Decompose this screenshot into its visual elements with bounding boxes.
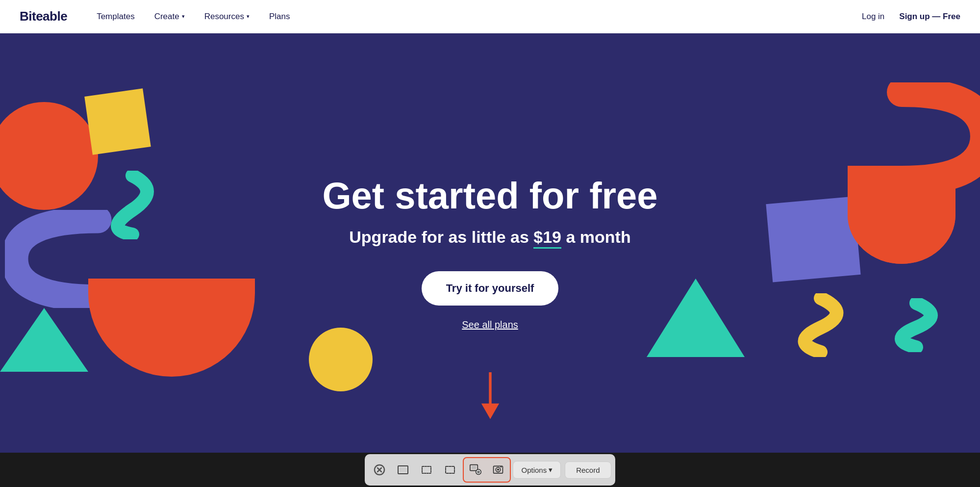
nav-item-templates[interactable]: Templates — [97, 12, 134, 22]
record-button[interactable]: Record — [565, 461, 611, 479]
hero-price: $19 — [533, 228, 561, 249]
login-button[interactable]: Log in — [862, 12, 884, 22]
decorative-orange-circle — [0, 102, 98, 210]
svg-rect-8 — [446, 466, 454, 473]
chevron-down-icon: ▾ — [549, 465, 553, 474]
decorative-teal-triangle-right — [647, 279, 745, 357]
red-arrow-indicator — [478, 372, 503, 423]
nav-item-create[interactable]: Create ▾ — [154, 12, 185, 22]
capture-toolbar: Options ▾ Record — [365, 454, 615, 486]
chevron-down-icon: ▾ — [247, 13, 250, 20]
close-button[interactable] — [369, 459, 390, 481]
nav-links: Templates Create ▾ Resources ▾ Plans — [97, 12, 862, 22]
decorative-teal-triangle-left — [0, 308, 88, 372]
nav-right: Log in Sign up — Free — [862, 12, 960, 22]
camera-only-button[interactable] — [487, 459, 509, 481]
region-capture-button[interactable] — [439, 459, 461, 481]
svg-rect-10 — [472, 466, 477, 469]
hero-section: Get started for free Upgrade for as litt… — [0, 33, 980, 487]
see-all-plans-link[interactable]: See all plans — [322, 319, 657, 331]
hero-subtitle: Upgrade for as little as $19 a month — [322, 228, 657, 247]
svg-marker-1 — [481, 404, 499, 419]
svg-point-16 — [497, 468, 499, 470]
decorative-yellow-s — [789, 293, 853, 357]
decorative-orange-right — [848, 166, 955, 264]
decorative-teal-scurve — [882, 298, 951, 352]
svg-point-17 — [501, 466, 502, 468]
toolbar-overlay: Options ▾ Record — [0, 453, 980, 487]
svg-rect-7 — [422, 466, 431, 473]
decorative-yellow-square — [84, 88, 151, 155]
decorative-purple-square — [766, 196, 860, 282]
options-button[interactable]: Options ▾ — [513, 461, 561, 479]
fullscreen-capture-button[interactable] — [392, 459, 414, 481]
navbar: Biteable Templates Create ▾ Resources ▾ … — [0, 0, 980, 33]
signup-button[interactable]: Sign up — Free — [899, 12, 960, 22]
try-it-button[interactable]: Try it for yourself — [422, 271, 559, 306]
chevron-down-icon: ▾ — [182, 13, 185, 20]
hero-content: Get started for free Upgrade for as litt… — [322, 175, 657, 346]
svg-rect-6 — [400, 467, 406, 472]
decorative-orange-half — [88, 279, 255, 377]
svg-point-13 — [478, 471, 479, 472]
screen-camera-button[interactable] — [465, 459, 486, 481]
nav-item-resources[interactable]: Resources ▾ — [204, 12, 250, 22]
window-capture-button[interactable] — [416, 459, 437, 481]
hero-title: Get started for free — [322, 175, 657, 216]
logo[interactable]: Biteable — [20, 9, 67, 24]
nav-item-plans[interactable]: Plans — [269, 12, 290, 22]
active-capture-group — [463, 457, 511, 483]
